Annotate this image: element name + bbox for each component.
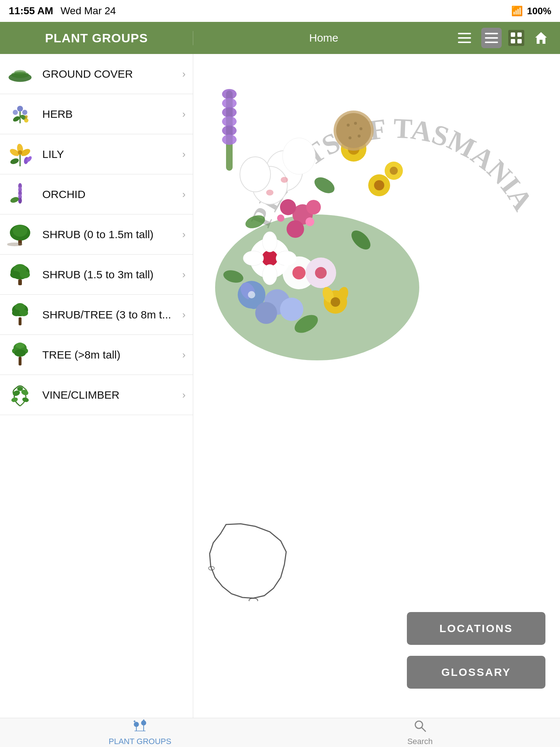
svg-rect-5: [485, 42, 498, 43]
svg-point-20: [24, 118, 28, 123]
svg-point-106: [248, 291, 255, 298]
sidebar-item-orchid[interactable]: ORCHID ›: [0, 174, 193, 214]
main-layout: GROUND COVER › HERB ›: [0, 54, 560, 718]
svg-point-13: [14, 70, 26, 74]
svg-point-55: [14, 349, 26, 357]
svg-rect-45: [18, 279, 22, 285]
sidebar-item-herb[interactable]: HERB ›: [0, 94, 193, 134]
sidebar-item-shrub-small[interactable]: SHRUB (0 to 1.5m tall) ›: [0, 214, 193, 255]
chevron-right-icon: ›: [182, 229, 186, 240]
chevron-right-icon: ›: [182, 309, 186, 321]
svg-point-21: [25, 115, 28, 118]
home-icon[interactable]: [531, 28, 551, 48]
svg-point-27: [9, 157, 19, 165]
sidebar-item-ground-cover[interactable]: GROUND COVER ›: [0, 54, 193, 94]
svg-point-113: [331, 297, 340, 307]
svg-point-78: [280, 199, 296, 215]
svg-point-122: [354, 122, 357, 125]
herb-label: HERB: [42, 108, 182, 120]
search-tab[interactable]: Search: [280, 718, 560, 747]
shrub-medium-label: SHRUB (1.5 to 3m tall): [42, 268, 182, 281]
glossary-button[interactable]: GLOSSARY: [407, 656, 545, 689]
chevron-right-icon: ›: [182, 148, 186, 160]
orchid-icon: [4, 178, 36, 211]
svg-point-18: [12, 115, 20, 122]
svg-point-60: [11, 396, 18, 402]
svg-point-100: [292, 266, 306, 279]
bottom-tab-bar: ✦ ✦ PLANT GROUPS Search: [0, 718, 560, 747]
svg-point-65: [222, 89, 237, 99]
svg-point-68: [222, 116, 237, 127]
grid-view-icon[interactable]: [508, 30, 524, 46]
svg-point-61: [22, 396, 29, 402]
svg-point-75: [281, 177, 288, 183]
svg-rect-4: [485, 37, 498, 39]
plant-groups-sidebar: GROUND COVER › HERB ›: [0, 54, 193, 718]
sidebar-item-lily[interactable]: LILY ›: [0, 134, 193, 174]
svg-text:✦: ✦: [142, 719, 145, 722]
tree-tall-label: TREE (>8m tall): [42, 349, 182, 361]
svg-rect-2: [458, 42, 471, 43]
svg-point-98: [264, 252, 276, 264]
sidebar-item-vine[interactable]: VINE/CLIMBER ›: [0, 375, 193, 415]
menu-icon[interactable]: [454, 28, 475, 48]
svg-point-109: [255, 302, 277, 324]
svg-line-136: [422, 728, 425, 731]
svg-rect-56: [19, 357, 22, 365]
locations-button[interactable]: LOCATIONS: [407, 612, 545, 645]
svg-point-94: [243, 251, 264, 266]
svg-point-89: [374, 180, 384, 190]
svg-point-73: [283, 138, 315, 174]
svg-point-25: [18, 150, 22, 155]
action-buttons: LOCATIONS GLOSSARY: [407, 612, 545, 689]
svg-rect-6: [511, 32, 515, 37]
svg-point-74: [240, 157, 271, 192]
plant-groups-tab-label: PLANT GROUPS: [109, 737, 171, 746]
sidebar-item-shrub-tree[interactable]: SHRUB/TREE (3 to 8m t... ›: [0, 295, 193, 335]
list-view-icon[interactable]: [481, 28, 502, 48]
svg-point-15: [13, 110, 18, 115]
shrub-tree-icon: [4, 298, 36, 331]
chevron-right-icon: ›: [182, 108, 186, 120]
svg-rect-9: [517, 39, 522, 43]
svg-point-79: [306, 200, 321, 214]
vine-icon: [4, 379, 36, 411]
svg-point-44: [20, 271, 30, 278]
chevron-right-icon: ›: [182, 189, 186, 200]
svg-point-59: [17, 387, 23, 391]
svg-point-35: [18, 198, 22, 204]
svg-point-14: [17, 106, 23, 112]
svg-rect-3: [485, 33, 498, 34]
svg-point-102: [315, 267, 327, 279]
svg-point-114: [312, 174, 337, 196]
svg-rect-0: [458, 33, 471, 34]
svg-point-66: [222, 98, 237, 108]
svg-point-97: [262, 264, 277, 285]
plant-groups-tab[interactable]: ✦ ✦ PLANT GROUPS: [0, 718, 280, 747]
tree-tall-icon: [4, 338, 36, 371]
svg-point-82: [277, 214, 284, 222]
svg-point-123: [359, 127, 362, 130]
plant-groups-tab-icon: ✦ ✦: [133, 719, 147, 735]
search-tab-icon: [413, 719, 427, 735]
date-display: Wed Mar 24: [61, 5, 116, 17]
svg-point-120: [336, 113, 371, 148]
svg-text:✦: ✦: [133, 719, 136, 724]
battery-display: 100%: [527, 5, 552, 17]
svg-point-91: [390, 167, 398, 175]
svg-point-121: [347, 124, 350, 127]
svg-point-96: [262, 232, 277, 252]
svg-point-70: [222, 135, 237, 145]
chevron-right-icon: ›: [182, 269, 186, 280]
chevron-right-icon: ›: [182, 349, 186, 361]
svg-point-124: [358, 135, 361, 138]
svg-point-76: [266, 190, 273, 196]
shrub-medium-icon: [4, 258, 36, 291]
svg-point-80: [287, 220, 304, 238]
search-tab-label: Search: [407, 737, 433, 746]
sidebar-item-shrub-medium[interactable]: SHRUB (1.5 to 3m tall) ›: [0, 255, 193, 295]
herb-icon: [4, 98, 36, 131]
status-bar: 11:55 AM Wed Mar 24 📶 100%: [0, 0, 560, 22]
sidebar-item-tree[interactable]: TREE (>8m tall) ›: [0, 335, 193, 375]
svg-point-125: [349, 136, 351, 139]
